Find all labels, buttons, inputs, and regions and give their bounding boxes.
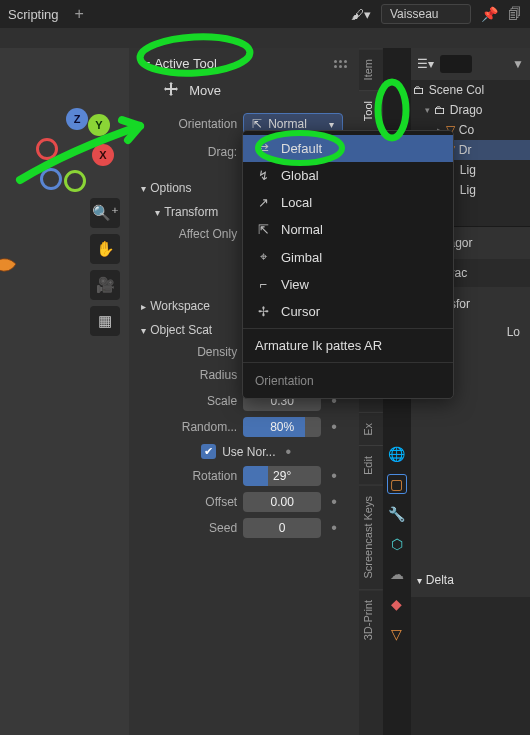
leaf-decoration bbox=[0, 256, 18, 276]
orientation-menu-footer: Orientation bbox=[243, 366, 453, 394]
view-orient-icon: ⌐ bbox=[255, 277, 271, 292]
rotation-field[interactable]: 29° bbox=[243, 466, 321, 486]
local-orient-icon: ↗ bbox=[255, 195, 271, 210]
randomscale-field[interactable]: 80% bbox=[243, 417, 321, 437]
panel-title: Active Tool bbox=[154, 56, 217, 71]
usenormal-anim-dot[interactable]: • bbox=[286, 448, 292, 456]
rotation-anim-dot[interactable]: • bbox=[331, 472, 337, 480]
prop-object-icon[interactable]: ◆ bbox=[387, 594, 407, 614]
camera-button[interactable]: 🎥 bbox=[90, 270, 120, 300]
axis-y-icon[interactable]: Y bbox=[88, 114, 110, 136]
perspective-button[interactable]: ▦ bbox=[90, 306, 120, 336]
delta-panel[interactable]: ▾ Delta bbox=[417, 569, 524, 591]
orientation-option-global[interactable]: ↯Global bbox=[243, 162, 453, 189]
offset-field[interactable]: 0.00 bbox=[243, 492, 321, 512]
scale-label: Scale bbox=[139, 394, 237, 408]
drag-label: Drag: bbox=[139, 145, 237, 159]
normal-orient-icon: ⇱ bbox=[255, 222, 271, 237]
axis-z-icon[interactable]: Z bbox=[66, 108, 88, 130]
orientation-option-gimbal[interactable]: ⌖Gimbal bbox=[243, 243, 453, 271]
ntab-tool[interactable]: Tool bbox=[359, 90, 383, 131]
seed-label: Seed bbox=[139, 521, 237, 535]
prop-output-icon[interactable]: ▢ bbox=[387, 474, 407, 494]
filter-icon[interactable]: ▼ bbox=[512, 57, 524, 71]
global-orient-icon: ↯ bbox=[255, 168, 271, 183]
drag-dots-icon[interactable] bbox=[334, 60, 347, 68]
rotation-label: Rotation bbox=[139, 469, 237, 483]
workspace-tab[interactable]: Scripting bbox=[8, 7, 59, 22]
gimbal-orient-icon: ⌖ bbox=[255, 249, 271, 265]
axis-neg-x-icon[interactable] bbox=[36, 138, 58, 160]
ntab-edit[interactable]: Edit bbox=[359, 445, 383, 485]
brush-icon[interactable]: 🖌▾ bbox=[351, 7, 371, 22]
outliner-mode-icon[interactable]: ☰▾ bbox=[417, 57, 434, 71]
normal-orient-icon: ⇱ bbox=[252, 117, 262, 131]
offset-anim-dot[interactable]: • bbox=[331, 498, 337, 506]
navigation-gizmo[interactable]: Z Y X bbox=[28, 108, 108, 188]
collection-icon: 🗀 bbox=[434, 103, 446, 117]
default-orient-icon: ⇄ bbox=[255, 141, 271, 156]
scene-name-field[interactable]: Vaisseau bbox=[381, 4, 471, 24]
axis-x-icon[interactable]: X bbox=[92, 144, 114, 166]
move-tool-icon bbox=[163, 81, 179, 100]
orientation-option-view[interactable]: ⌐View bbox=[243, 271, 453, 298]
density-label: Density bbox=[139, 345, 237, 359]
ntab-3dprint[interactable]: 3D-Print bbox=[359, 589, 383, 650]
cursor-orient-icon: ✢ bbox=[255, 304, 271, 319]
prop-scene-icon[interactable]: ⬡ bbox=[387, 534, 407, 554]
collapse-icon[interactable]: ▾ bbox=[145, 58, 150, 69]
orientation-label: Orientation bbox=[139, 117, 237, 131]
ntab-screencast[interactable]: Screencast Keys bbox=[359, 485, 383, 589]
prop-render-icon[interactable]: 🌐 bbox=[387, 444, 407, 464]
outliner-scene-collection[interactable]: 🗀 Scene Col bbox=[411, 80, 530, 100]
browse-scene-icon[interactable]: 🗐 bbox=[508, 6, 522, 22]
pin-icon[interactable]: 📌 bbox=[481, 6, 498, 22]
affect-only-label: Affect Only bbox=[139, 227, 237, 241]
prop-world-icon[interactable]: ☁ bbox=[387, 564, 407, 584]
viewport-3d[interactable]: Z Y X 🔍⁺ ✋ 🎥 ▦ bbox=[0, 48, 129, 735]
orientation-option-local[interactable]: ↗Local bbox=[243, 189, 453, 216]
outliner-search[interactable] bbox=[440, 55, 472, 73]
zoom-button[interactable]: 🔍⁺ bbox=[90, 198, 120, 228]
orientation-option-custom[interactable]: Armature Ik pattes AR bbox=[243, 332, 453, 359]
seed-field[interactable]: 0 bbox=[243, 518, 321, 538]
use-normal-label: Use Nor... bbox=[222, 445, 275, 459]
randomscale-label: Random... bbox=[139, 420, 237, 434]
tool-name: Move bbox=[189, 83, 221, 98]
ntab-ex[interactable]: Ex bbox=[359, 412, 383, 446]
orientation-option-default[interactable]: ⇄Default bbox=[243, 135, 453, 162]
add-workspace-button[interactable]: + bbox=[75, 5, 84, 23]
outliner-collection[interactable]: ▾ 🗀 Drago bbox=[411, 100, 530, 120]
use-normal-checkbox[interactable]: ✔ bbox=[201, 444, 216, 459]
radius-label: Radius bbox=[139, 368, 237, 382]
axis-neg-y-icon[interactable] bbox=[64, 170, 86, 192]
axis-neg-z-icon[interactable] bbox=[40, 168, 62, 190]
orientation-option-normal[interactable]: ⇱Normal bbox=[243, 216, 453, 243]
offset-label: Offset bbox=[139, 495, 237, 509]
expand-icon[interactable]: ▾ bbox=[425, 105, 430, 115]
orientation-dropdown-menu: ⇄Default ↯Global ↗Local ⇱Normal ⌖Gimbal … bbox=[242, 130, 454, 399]
prop-tool-icon[interactable]: 🔧 bbox=[387, 504, 407, 524]
ntab-item[interactable]: Item bbox=[359, 48, 383, 90]
randomscale-anim-dot[interactable]: • bbox=[331, 423, 337, 431]
seed-anim-dot[interactable]: • bbox=[331, 524, 337, 532]
orientation-option-cursor[interactable]: ✢Cursor bbox=[243, 298, 453, 325]
prop-modifiers-icon[interactable]: ▽ bbox=[387, 624, 407, 644]
collection-icon: 🗀 bbox=[413, 83, 425, 97]
pan-button[interactable]: ✋ bbox=[90, 234, 120, 264]
